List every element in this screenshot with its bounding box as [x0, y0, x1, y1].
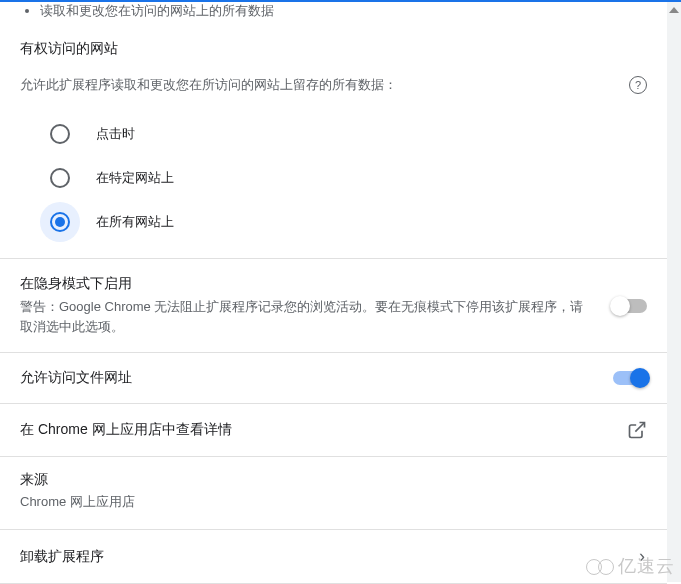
watermark: 亿速云: [586, 554, 675, 578]
source-section: 来源 Chrome 网上应用店: [0, 457, 667, 529]
site-access-heading: 有权访问的网站: [20, 40, 647, 58]
file-urls-toggle[interactable]: [613, 371, 647, 385]
cloud-icon: [586, 557, 614, 575]
radio-label: 在所有网站上: [96, 213, 174, 231]
remove-extension-row[interactable]: 卸载扩展程序 ›: [0, 530, 667, 583]
incognito-warning: 警告：Google Chrome 无法阻止扩展程序记录您的浏览活动。要在无痕模式…: [20, 297, 593, 336]
external-link-icon: [627, 420, 647, 440]
file-urls-row: 允许访问文件网址: [0, 353, 667, 403]
scrollbar[interactable]: [667, 2, 681, 582]
svg-line-0: [635, 423, 644, 432]
radio-icon: [50, 124, 70, 144]
radio-label: 点击时: [96, 125, 135, 143]
radio-icon: [50, 212, 70, 232]
permission-read-modify: 读取和更改您在访问的网站上的所有数据: [40, 2, 647, 20]
incognito-title: 在隐身模式下启用: [20, 275, 593, 293]
radio-all-sites[interactable]: 在所有网站上: [50, 200, 647, 244]
remove-title: 卸载扩展程序: [20, 548, 619, 566]
file-urls-title: 允许访问文件网址: [20, 369, 593, 387]
radio-icon: [50, 168, 70, 188]
scroll-up-arrow-icon[interactable]: [669, 7, 679, 13]
view-in-store-row[interactable]: 在 Chrome 网上应用店中查看详情: [0, 404, 667, 456]
site-access-section: 有权访问的网站 允许此扩展程序读取和更改您在所访问的网站上留存的所有数据： ? …: [0, 26, 667, 258]
site-access-radio-group: 点击时 在特定网站上 在所有网站上: [20, 112, 647, 244]
view-in-store-title: 在 Chrome 网上应用店中查看详情: [20, 421, 607, 439]
incognito-row: 在隐身模式下启用 警告：Google Chrome 无法阻止扩展程序记录您的浏览…: [0, 259, 667, 352]
site-access-description: 允许此扩展程序读取和更改您在所访问的网站上留存的所有数据：: [20, 76, 397, 94]
radio-specific-sites[interactable]: 在特定网站上: [50, 156, 647, 200]
source-title: 来源: [20, 471, 647, 489]
radio-label: 在特定网站上: [96, 169, 174, 187]
source-value: Chrome 网上应用店: [20, 493, 647, 511]
radio-on-click[interactable]: 点击时: [50, 112, 647, 156]
incognito-toggle[interactable]: [613, 299, 647, 313]
help-icon[interactable]: ?: [629, 76, 647, 94]
